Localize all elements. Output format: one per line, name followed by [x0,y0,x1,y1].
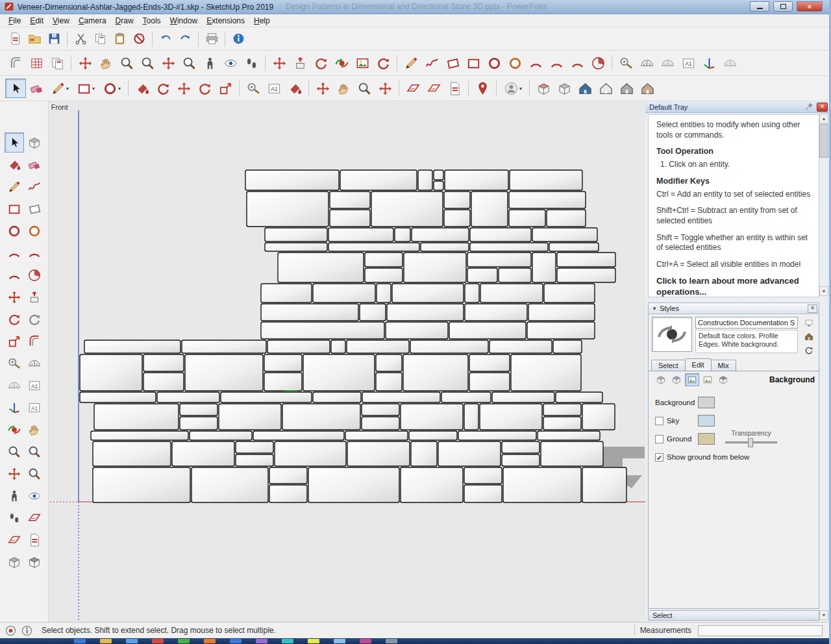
stone-block[interactable] [303,354,375,391]
look-around-tool[interactable] [25,486,44,506]
erase-tool[interactable] [129,30,149,48]
stone-block[interactable] [264,373,302,391]
tape-measure-tool[interactable] [5,353,24,373]
print-tool[interactable] [202,30,221,48]
stone-block[interactable] [362,417,399,430]
secondary-pane-icon[interactable] [803,318,815,328]
stone-block[interactable] [245,170,339,190]
tray-scroll-down-button[interactable]: ▼ [819,610,828,620]
two-point-arc-tool[interactable] [546,53,567,73]
menu-window[interactable]: Window [166,15,203,27]
stone-block[interactable] [438,441,501,466]
stone-block[interactable] [409,431,457,440]
stone-block[interactable] [547,210,586,227]
stone-block[interactable] [365,268,403,282]
zoom-extents-tool[interactable] [375,79,395,98]
redo-tool[interactable] [175,30,195,48]
tab-mix[interactable]: Mix [711,360,736,371]
measurements-input[interactable] [698,625,823,636]
walk-tool[interactable] [241,53,262,73]
stone-block[interactable] [467,268,497,282]
stone-block[interactable] [347,441,410,466]
stone-block[interactable] [185,354,263,391]
stone-block[interactable] [464,485,502,502]
text-tool[interactable] [678,53,699,73]
menu-tools[interactable]: Tools [138,15,166,27]
stone-block[interactable] [465,304,527,321]
section-display-tool[interactable] [444,79,465,98]
layers-tool[interactable] [47,53,68,73]
stone-block[interactable] [264,354,302,371]
model-info-tool[interactable] [229,30,248,48]
taskbar-app-icon[interactable] [178,639,190,643]
stone-block[interactable] [469,373,510,391]
stone-block[interactable] [330,210,370,227]
taskbar-app-icon[interactable] [230,639,242,643]
zoom-previous-tool[interactable] [25,464,44,484]
stone-block[interactable] [557,253,615,267]
stone-block[interactable] [412,228,469,242]
stone-block[interactable] [582,467,626,502]
edge-settings-button[interactable] [654,373,668,386]
stone-block[interactable] [80,354,142,391]
zoom-window-tool[interactable] [25,441,44,462]
add-location-tool[interactable] [472,79,493,98]
stone-block[interactable] [247,192,329,227]
styles-panel-header[interactable]: ▼ Styles ✕ [649,303,819,314]
stone-block[interactable] [418,170,432,190]
watermark-settings-button[interactable] [701,373,715,386]
line-tool[interactable]: ▾ [47,79,73,98]
freehand-tool[interactable] [421,53,442,73]
stone-block[interactable] [467,253,531,267]
tray-close-button[interactable]: ✕ [817,103,828,112]
model-canvas[interactable] [49,101,645,622]
stone-block[interactable] [192,467,268,502]
stone-block[interactable] [329,243,419,251]
stone-block[interactable] [557,268,615,282]
stone-block[interactable] [470,228,531,242]
stone-block[interactable] [365,253,403,267]
stone-block[interactable] [538,431,600,440]
home-model-tool[interactable] [595,79,616,98]
stone-block[interactable] [480,404,542,430]
stone-block[interactable] [371,192,443,227]
stone-block[interactable] [313,284,375,303]
offset-tool[interactable] [5,53,26,73]
stone-block[interactable] [261,284,312,303]
stone-block[interactable] [541,441,603,466]
taskbar-app-icon[interactable] [334,639,345,643]
rectangle-tool[interactable] [463,53,484,73]
scroll-up-button[interactable]: ▲ [819,114,828,123]
pie-tool[interactable] [588,53,608,73]
rectangle-tool[interactable] [5,199,24,219]
rotate-tool[interactable] [5,309,24,329]
style-name-input[interactable] [695,317,798,328]
taskbar-app-icon[interactable] [256,639,267,643]
stone-block[interactable] [532,228,597,242]
components-tool[interactable] [554,79,575,98]
stone-block[interactable] [464,404,478,430]
info-icon[interactable] [21,625,32,636]
section-display-tool[interactable] [25,530,44,550]
stone-block[interactable] [509,192,586,208]
position-camera-tool[interactable] [5,486,24,506]
dimension-tool[interactable] [636,53,657,73]
taskbar-app-icon[interactable] [204,639,216,643]
stone-block[interactable] [253,431,344,440]
stone-block[interactable] [582,404,615,430]
style-thumbnail[interactable] [652,317,692,352]
rotate-tool[interactable] [310,53,331,73]
pie-tool[interactable] [25,265,44,285]
stone-block[interactable] [502,441,540,453]
stone-block[interactable] [464,467,502,484]
section-fill-tool[interactable] [423,79,444,98]
stone-block[interactable] [360,304,386,321]
push-pull-tool[interactable] [290,53,310,73]
stone-block[interactable] [80,392,156,402]
axes-tool[interactable] [699,53,719,73]
circle-tool[interactable]: ▾ [99,79,125,98]
background-settings-button[interactable] [685,373,699,386]
pin-icon[interactable] [804,102,815,112]
stone-block[interactable] [444,192,470,208]
select-tool[interactable] [5,79,26,98]
